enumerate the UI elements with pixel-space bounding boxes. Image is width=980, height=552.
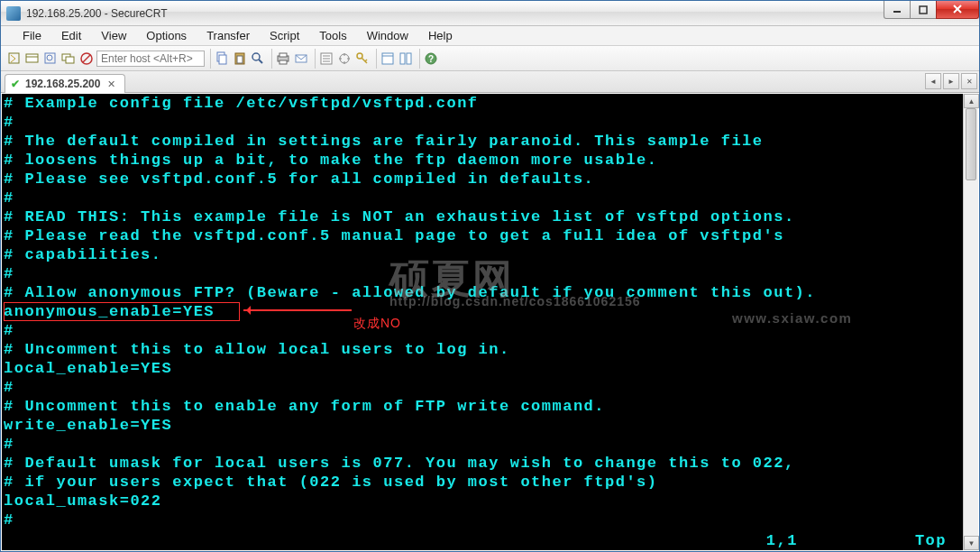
session-window-icon[interactable] [380,51,396,67]
scroll-down-button[interactable]: ▼ [964,536,979,550]
annotation-text: 改成NO [353,314,401,333]
close-button[interactable] [936,1,979,19]
svg-point-8 [47,55,52,60]
options-icon[interactable] [336,51,353,67]
terminal-area: # Example config file /etc/vsftpd/vsftpd… [2,94,978,550]
toolbar: ? [1,46,979,71]
svg-line-30 [365,60,367,61]
tab-label: 192.168.25.200 [25,78,100,90]
svg-rect-21 [279,60,287,64]
svg-line-18 [259,60,262,63]
svg-rect-34 [407,53,411,64]
menu-edit[interactable]: Edit [52,27,90,44]
app-icon [6,6,21,21]
menu-options[interactable]: Options [137,27,196,44]
help-icon[interactable]: ? [423,51,439,67]
connect-dialog-icon[interactable] [24,51,41,67]
host-input[interactable] [96,51,205,67]
menu-tools[interactable]: Tools [310,27,355,44]
tab-session[interactable]: ✔ 192.168.25.200 ✕ [5,74,125,93]
vim-position: 1,1 [766,531,798,550]
menu-file[interactable]: File [14,27,50,44]
svg-rect-20 [279,53,287,57]
vim-status: 1,1 Top [766,531,947,550]
tab-scroll-right-icon[interactable]: ► [943,73,959,89]
maximize-button[interactable] [910,1,937,19]
titlebar[interactable]: 192.168.25.200 - SecureCRT [1,1,979,26]
vertical-scrollbar[interactable]: ▲ ▼ [963,94,978,550]
menu-transfer[interactable]: Transfer [197,27,259,44]
window-title: 192.168.25.200 - SecureCRT [26,7,168,20]
terminal[interactable]: # Example config file /etc/vsftpd/vsftpd… [2,94,963,550]
key-icon[interactable] [354,51,371,67]
menu-script[interactable]: Script [261,27,308,44]
tab-scroll-left-icon[interactable]: ◄ [925,73,941,89]
svg-point-17 [252,53,260,60]
connected-check-icon: ✔ [11,78,20,90]
tile-icon[interactable] [398,51,414,67]
copy-icon[interactable] [214,51,230,67]
svg-text:?: ? [428,54,434,64]
svg-rect-14 [219,55,226,64]
tab-close-icon[interactable]: ✕ [105,78,117,90]
svg-rect-4 [9,53,19,63]
svg-rect-31 [382,53,393,64]
minimize-button[interactable] [884,1,911,19]
window-controls [884,1,979,19]
print-icon[interactable] [275,51,291,67]
properties-icon[interactable] [318,51,334,67]
paste-icon[interactable] [232,51,248,67]
svg-rect-16 [237,56,243,63]
menu-view[interactable]: View [92,27,135,44]
vim-location: Top [915,531,947,550]
svg-rect-33 [400,53,405,64]
menu-help[interactable]: Help [419,27,462,44]
send-icon[interactable] [293,51,309,67]
menu-window[interactable]: Window [358,27,417,44]
svg-line-12 [83,55,90,62]
svg-rect-5 [26,54,38,62]
svg-rect-1 [920,6,927,14]
reconnect-all-icon[interactable] [60,51,77,67]
menubar: File Edit View Options Transfer Script T… [1,26,979,46]
quick-connect-icon[interactable] [6,51,23,67]
app-window: 192.168.25.200 - SecureCRT File Edit Vie… [0,0,980,552]
scroll-up-button[interactable]: ▲ [964,94,979,108]
tab-close-panel-icon[interactable]: ✕ [961,73,977,89]
svg-rect-10 [66,57,74,63]
terminal-content: # Example config file /etc/vsftpd/vsftpd… [4,94,961,529]
disconnect-icon[interactable] [78,51,95,67]
scrollbar-thumb[interactable] [966,108,976,180]
tab-bar: ✔ 192.168.25.200 ✕ ◄ ► ✕ [1,71,979,93]
reconnect-icon[interactable] [42,51,59,67]
find-icon[interactable] [250,51,266,67]
